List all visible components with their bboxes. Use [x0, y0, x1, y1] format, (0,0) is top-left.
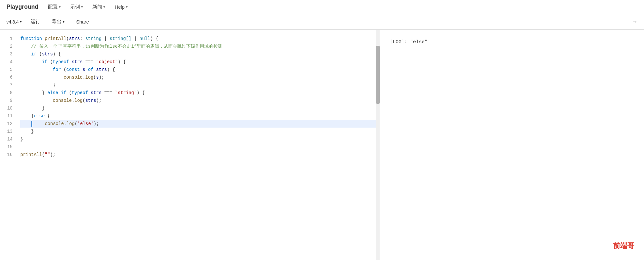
code-line-3: if (strs) {	[20, 50, 380, 58]
log-output: [LOG]: "else"	[390, 39, 634, 45]
code-line-13: }	[20, 128, 380, 135]
line-num-13: 13	[3, 128, 13, 135]
scrollbar-thumb[interactable]	[376, 46, 380, 104]
line-num-5: 5	[3, 66, 13, 73]
nav-logo: Playground	[6, 4, 38, 10]
chevron-down-icon: ▾	[59, 5, 61, 9]
code-line-10: }	[20, 104, 380, 112]
line-num-8: 8	[3, 89, 13, 97]
line-num-4: 4	[3, 58, 13, 66]
code-line-16: printAll("");	[20, 151, 380, 159]
output-area: [LOG]: "else" 前端哥	[380, 30, 644, 260]
line-num-6: 6	[3, 73, 13, 81]
log-value: "else"	[410, 39, 428, 45]
code-line-6: console.log(s);	[20, 73, 380, 81]
nav-item-examples[interactable]: 示例 ▾	[70, 4, 83, 10]
log-label: LOG	[393, 39, 401, 45]
scrollbar-track[interactable]	[376, 30, 380, 260]
line-num-9: 9	[3, 97, 13, 104]
editor-area: 1 2 3 4 5 6 7 8 9 10 11 12 13 14 15 16 f…	[0, 30, 380, 260]
line-num-3: 3	[3, 50, 13, 58]
code-line-8: } else if (typeof strs === "string") {	[20, 89, 380, 97]
chevron-down-icon: ▾	[126, 5, 128, 9]
nav-item-help[interactable]: Help ▾	[115, 4, 128, 10]
chevron-down-icon: ▾	[81, 5, 83, 9]
line-num-11: 11	[3, 112, 13, 120]
export-chevron-icon: ▾	[63, 20, 64, 24]
line-num-10: 10	[3, 104, 13, 112]
run-button[interactable]: 运行	[28, 17, 43, 26]
line-num-14: 14	[3, 135, 13, 143]
version-chevron-icon: ▾	[20, 20, 22, 24]
code-line-15	[20, 143, 380, 151]
code-line-7: }	[20, 81, 380, 89]
code-line-1: function printAll(strs: string | string[…	[20, 35, 380, 43]
code-line-11: }else {	[20, 112, 380, 120]
main-content: 1 2 3 4 5 6 7 8 9 10 11 12 13 14 15 16 f…	[0, 30, 644, 260]
line-num-15: 15	[3, 143, 13, 151]
share-button[interactable]: Share	[73, 18, 91, 26]
log-colon: :	[404, 39, 407, 45]
nav-bar: Playground 配置 ▾ 示例 ▾ 新闻 ▾ Help ▾	[0, 0, 644, 14]
log-bracket-close: ]	[401, 39, 404, 45]
line-num-1: 1	[3, 35, 13, 43]
nav-item-config[interactable]: 配置 ▾	[48, 4, 61, 10]
chevron-down-icon: ▾	[103, 5, 105, 9]
line-num-12: 12	[3, 120, 13, 128]
export-button[interactable]: 导出 ▾	[49, 17, 67, 26]
code-line-2: // 传入一个""空字符串，ts判断为false不会走if里面的逻辑，从而会跳过…	[20, 43, 380, 50]
code-line-5: for (const s of strs) {	[20, 66, 380, 73]
code-line-4: if (typeof strs === "object") {	[20, 58, 380, 66]
log-bracket-open: [	[390, 39, 393, 45]
version-badge[interactable]: v4.8.4 ▾	[6, 19, 22, 24]
line-num-16: 16	[3, 151, 13, 159]
code-line-9: console.log(strs);	[20, 97, 380, 104]
watermark: 前端哥	[613, 241, 634, 251]
arrow-icon[interactable]: →	[632, 18, 638, 25]
nav-item-news[interactable]: 新闻 ▾	[92, 4, 105, 10]
line-num-2: 2	[3, 43, 13, 50]
code-line-12: console.log('else');	[20, 120, 380, 128]
code-editor[interactable]: function printAll(strs: string | string[…	[18, 30, 380, 260]
line-numbers: 1 2 3 4 5 6 7 8 9 10 11 12 13 14 15 16	[0, 30, 18, 260]
toolbar: v4.8.4 ▾ 运行 导出 ▾ Share →	[0, 14, 644, 30]
line-num-7: 7	[3, 81, 13, 89]
code-line-14: }	[20, 135, 380, 143]
